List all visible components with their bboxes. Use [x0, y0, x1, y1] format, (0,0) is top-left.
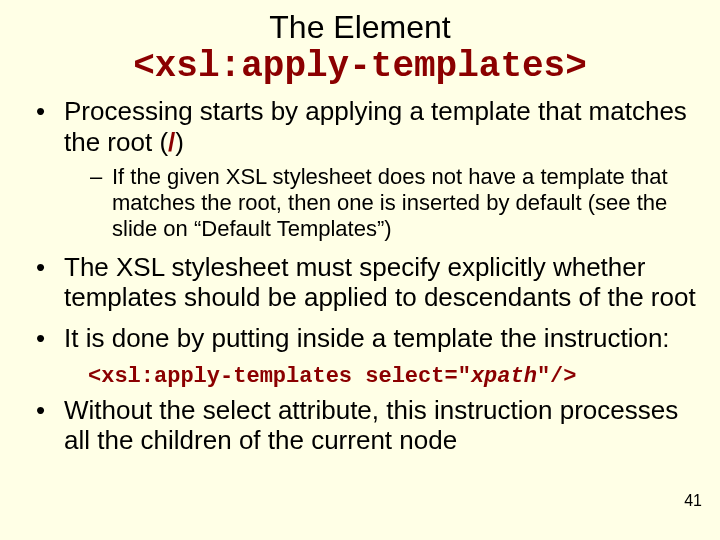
slide: The Element <xsl:apply-templates> Proces… [0, 0, 720, 540]
bullet-4: Without the select attribute, this instr… [36, 395, 702, 456]
slide-title: The Element <xsl:apply-templates> [18, 10, 702, 88]
bullet-list-2: Without the select attribute, this instr… [18, 395, 702, 456]
bullet-1-sublist: If the given XSL stylesheet does not hav… [64, 164, 702, 242]
bullet-list: Processing starts by applying a template… [18, 96, 702, 353]
bullet-1-text-pre: Processing starts by applying a template… [64, 96, 687, 157]
title-line-2-code: <xsl:apply-templates> [18, 45, 702, 88]
code-post: "/> [537, 364, 577, 389]
bullet-1: Processing starts by applying a template… [36, 96, 702, 241]
title-line-1: The Element [18, 10, 702, 45]
code-xpath: xpath [471, 364, 537, 389]
code-pre: <xsl:apply-templates select=" [88, 364, 471, 389]
page-number: 41 [684, 492, 702, 510]
bullet-1-sub-1: If the given XSL stylesheet does not hav… [90, 164, 702, 242]
bullet-1-text-post: ) [175, 127, 184, 157]
bullet-2: The XSL stylesheet must specify explicit… [36, 252, 702, 313]
code-instruction: <xsl:apply-templates select="xpath"/> [88, 364, 702, 389]
bullet-3: It is done by putting inside a template … [36, 323, 702, 354]
